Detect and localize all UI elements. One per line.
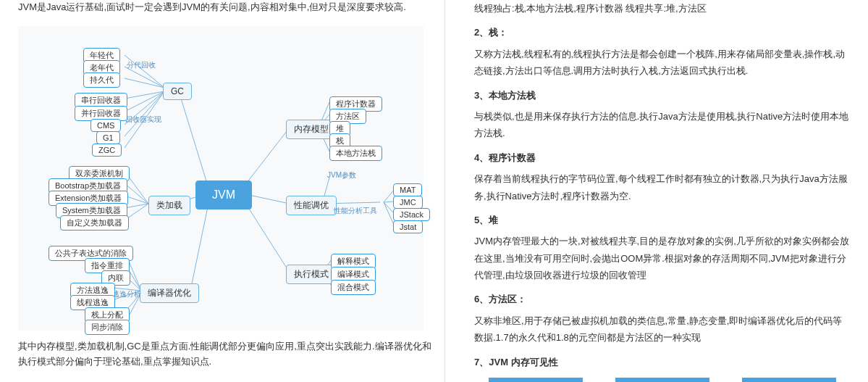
node-exec: 执行模式 [286,265,337,284]
node-custom: 自定义类加载器 [60,215,129,231]
svg-line-2 [190,196,210,291]
thread-c-title: 线程C [742,378,836,382]
node-g1: G1 [96,131,120,144]
svg-line-12 [125,91,164,136]
jvm-mindmap: JVM GC 类加载 编译器优化 内存模型 性能调优 执行模式 分代回收 回收器… [18,26,424,331]
intro-text: JVM是Java运行基础,面试时一定会遇到JVM的有关问题,内容相对集中,但对只… [18,0,437,15]
node-jstat: Jstat [393,220,423,233]
left-column: JVM是Java运行基础,面试时一定会遇到JVM的有关问题,内容相对集中,但对只… [0,0,445,382]
node-jmc: JMC [393,196,423,209]
para-3: 与栈类似,也是用来保存执行方法的信息.执行Java方法是使用栈,执行Native… [474,108,851,142]
thread-a-title: 线程A [489,378,583,382]
node-mixed: 混合模式 [331,280,376,295]
node-jvm-center: JVM [195,180,252,209]
para-6: 又称非堆区,用于存储已被虚拟机加载的类信息,常量,静态变量,即时编译器优化后的代… [474,312,851,346]
label-gen-collect: 分代回收 [127,60,156,70]
svg-line-0 [179,91,210,193]
thread-b: 线程B 工作内存 [615,378,709,382]
para-5: JVM内存管理最大的一块,对被线程共享,目的是存放对象的实例,几乎所欲的对象实例… [474,233,851,283]
node-syncelim: 同步消除 [85,320,130,335]
title-6: 6、方法区： [474,291,851,307]
thread-b-title: 线程B [615,378,709,382]
title-4: 4、程序计数器 [474,149,851,166]
label-collector-impl: 回收器实现 [125,115,161,125]
node-compiler: 编译器优化 [140,283,199,303]
node-classload: 类加载 [148,196,190,215]
node-perm: 持久代 [83,72,120,88]
svg-line-9 [125,91,164,99]
para-2: 又称方法栈,线程私有的,线程执行方法是都会创建一个栈阵,用来存储局部变量表,操作… [474,46,851,80]
node-jstack: JStack [393,208,430,221]
node-mat: MAT [393,183,422,196]
title-7: 7、JVM 内存可见性 [474,354,851,370]
label-escape: 逃逸分析 [112,289,141,299]
label-jvm-params: JVM参数 [327,170,356,180]
intro2-text: 其中内存模型,类加载机制,GC是重点方面.性能调优部分更偏向应用,重点突出实践能… [18,339,437,370]
title-5: 5、堆 [474,212,851,228]
para-4: 保存着当前线程执行的字节码位置,每个线程工作时都有独立的计数器,只为执行Java… [474,170,851,204]
thread-c: 线程C 工作内存 [742,378,836,382]
thread-a: 线程A 工作内存 [489,378,583,382]
right-column: 线程独占:栈,本地方法栈,程序计数器 线程共享:堆,方法区 2、栈： 又称方法栈… [445,0,865,382]
node-perf: 性能调优 [286,196,337,215]
node-gc: GC [163,83,192,100]
threads-diagram: 线程A 工作内存 线程B 工作内存 线程C 工作内存 [474,378,851,382]
line-thread-summary: 线程独占:栈,本地方法栈,程序计数器 线程共享:堆,方法区 [474,0,851,17]
label-perf-tools: 性能分析工具 [334,206,377,216]
svg-line-8 [125,78,164,88]
node-zgc: ZGC [92,144,122,157]
svg-line-10 [125,91,164,112]
title-2: 2、栈： [474,24,851,41]
node-cms: CMS [90,119,121,132]
title-3: 3、本地方法栈 [474,87,851,104]
svg-line-17 [125,204,148,208]
node-native-stack: 本地方法栈 [329,146,382,161]
